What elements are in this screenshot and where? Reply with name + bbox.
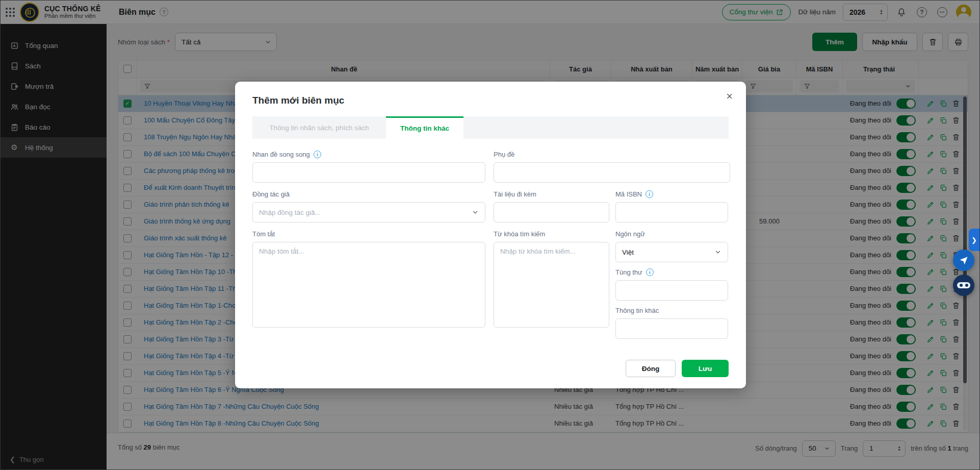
info-icon[interactable]: i: [646, 190, 653, 198]
modal-tabs: Thông tin nhãn sách, phích sách Thông ti…: [252, 116, 729, 139]
chevron-down-icon: [472, 209, 479, 216]
close-icon[interactable]: ×: [726, 91, 733, 102]
modal-save-button[interactable]: Lưu: [682, 360, 729, 377]
tab-other-info[interactable]: Thông tin khác: [386, 116, 463, 139]
modal-close-button[interactable]: Đóng: [626, 360, 676, 377]
other-info-input[interactable]: [615, 318, 728, 339]
summary-label: Tóm tắt: [252, 230, 485, 238]
series-label: Tùng thưi: [615, 268, 728, 276]
keywords-label: Từ khóa tìm kiếm: [494, 230, 609, 238]
language-label: Ngôn ngữ: [615, 230, 728, 238]
modal-form: Nhan đề song songi Phụ đề Đồng tác giả N…: [252, 150, 729, 339]
subtitle-input[interactable]: [494, 162, 730, 183]
isbn-input[interactable]: [615, 202, 728, 222]
series-input[interactable]: [615, 280, 728, 301]
floating-assistant-button[interactable]: [953, 250, 974, 271]
co-author-label: Đồng tác giả: [252, 190, 485, 198]
chatbot-icon: [957, 282, 970, 288]
floating-expand-button[interactable]: ❯: [969, 229, 979, 251]
info-icon[interactable]: i: [646, 268, 654, 276]
other-info-label: Thông tin khác: [615, 306, 728, 314]
chevron-down-icon: [714, 249, 721, 256]
assistant-icon: [959, 255, 969, 265]
modal-title: Thêm mới biên mục: [252, 95, 729, 106]
summary-textarea[interactable]: [252, 242, 485, 328]
add-catalog-modal: Thêm mới biên mục × Thông tin nhãn sách,…: [235, 82, 746, 388]
parallel-title-label: Nhan đề song songi: [252, 150, 485, 158]
isbn-label: Mã ISBNi: [615, 190, 728, 198]
co-author-select[interactable]: Nhập đồng tác giả...: [252, 202, 485, 222]
floating-chatbot-button[interactable]: [953, 275, 974, 296]
app-window: CỤC THỐNG KÊ Phần mềm thư viện Biên mục …: [0, 0, 980, 470]
attachment-input[interactable]: [494, 202, 609, 222]
chevron-right-icon: ❯: [971, 236, 977, 244]
subtitle-label: Phụ đề: [494, 150, 730, 158]
keywords-textarea[interactable]: [494, 242, 609, 328]
language-select[interactable]: Việt: [615, 242, 728, 262]
info-icon[interactable]: i: [314, 151, 321, 158]
parallel-title-input[interactable]: [252, 162, 485, 183]
attachment-label: Tài liệu đi kèm: [494, 190, 609, 198]
tab-label-info[interactable]: Thông tin nhãn sách, phích sách: [252, 116, 386, 139]
